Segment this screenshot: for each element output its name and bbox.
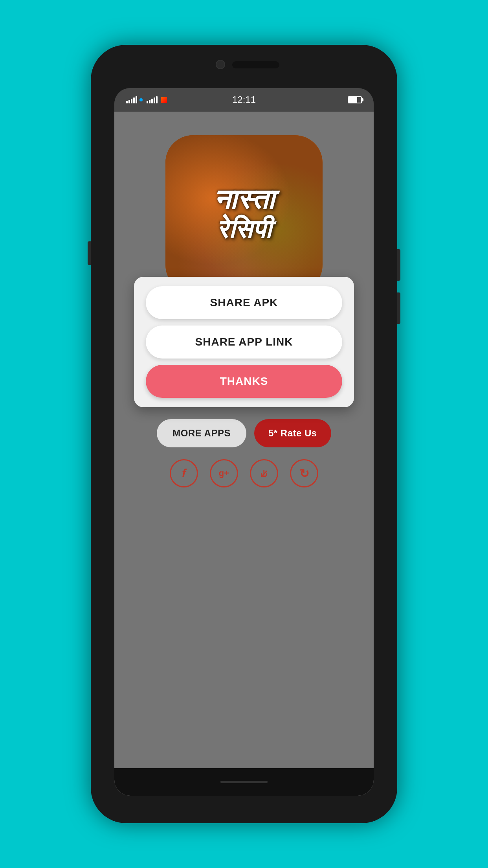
volume-down-button bbox=[397, 292, 400, 324]
google-plus-icon: g+ bbox=[219, 468, 229, 478]
signal-bars-2 bbox=[147, 96, 158, 103]
signal-bar bbox=[151, 99, 153, 103]
signal-bar bbox=[136, 96, 137, 103]
phone-frame: 12:11 नास्ता रेसिपी SHARE APK SHARE APP … bbox=[91, 45, 397, 823]
share-app-link-button[interactable]: SHARE APP LINK bbox=[146, 326, 342, 359]
status-time: 12:11 bbox=[232, 94, 256, 105]
refresh-button[interactable]: ↻ bbox=[290, 459, 318, 487]
thanks-button[interactable]: THANKS bbox=[146, 365, 342, 398]
phone-screen: 12:11 नास्ता रेसिपी SHARE APK SHARE APP … bbox=[114, 88, 374, 796]
share-icon: ⫝̸ bbox=[259, 467, 269, 480]
social-icons-row: f g+ ⫝̸ ↻ bbox=[170, 459, 318, 487]
signal-bar bbox=[149, 100, 150, 103]
app-icon-area: नास्ता रेसिपी bbox=[165, 135, 323, 292]
hindi-title-line2: रेसिपी bbox=[216, 215, 272, 244]
facebook-icon: f bbox=[182, 467, 186, 480]
hindi-title-line1: नास्ता bbox=[214, 184, 275, 215]
phone-speaker bbox=[232, 61, 279, 68]
phone-camera bbox=[216, 60, 225, 69]
app-content: नास्ता रेसिपी SHARE APK SHARE APP LINK T… bbox=[114, 112, 374, 768]
phone-bottom-bar bbox=[114, 768, 374, 796]
share-apk-button[interactable]: SHARE APK bbox=[146, 286, 342, 319]
network-badge bbox=[161, 97, 167, 103]
facebook-button[interactable]: f bbox=[170, 459, 198, 487]
more-apps-button[interactable]: MORE APPS bbox=[157, 419, 246, 447]
share-dialog: SHARE APK SHARE APP LINK THANKS bbox=[134, 277, 354, 407]
volume-up-button bbox=[397, 249, 400, 281]
status-right bbox=[348, 96, 362, 103]
signal-bar bbox=[154, 97, 155, 103]
signal-bar bbox=[147, 101, 148, 103]
status-bar: 12:11 bbox=[114, 88, 374, 112]
google-plus-button[interactable]: g+ bbox=[210, 459, 238, 487]
home-indicator bbox=[220, 781, 268, 783]
refresh-icon: ↻ bbox=[299, 467, 309, 480]
signal-bar bbox=[131, 99, 132, 103]
share-button[interactable]: ⫝̸ bbox=[250, 459, 278, 487]
signal-bar bbox=[156, 96, 158, 103]
status-left bbox=[126, 96, 167, 103]
battery-fill bbox=[349, 97, 357, 103]
bottom-section: MORE APPS 5* Rate Us f g+ ⫝̸ ↻ bbox=[114, 407, 374, 499]
signal-bar bbox=[133, 97, 135, 103]
signal-bar bbox=[128, 100, 130, 103]
power-button bbox=[88, 241, 91, 265]
bottom-buttons-row: MORE APPS 5* Rate Us bbox=[157, 419, 331, 447]
signal-bar bbox=[126, 101, 128, 103]
signal-bars-1 bbox=[126, 96, 137, 103]
battery-icon bbox=[348, 96, 362, 103]
telecom-dot bbox=[139, 98, 143, 101]
rate-us-button[interactable]: 5* Rate Us bbox=[254, 419, 331, 447]
